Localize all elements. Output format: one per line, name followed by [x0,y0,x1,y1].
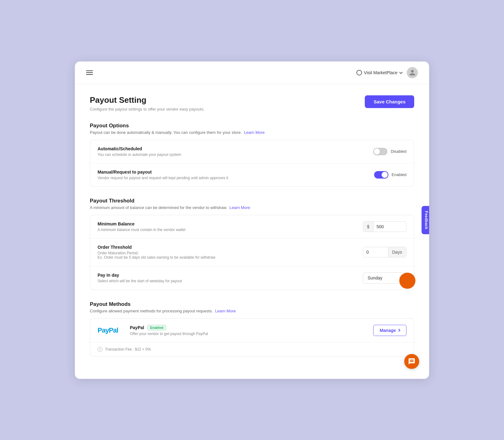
days-suffix: Days [388,247,406,257]
order-threshold-row: Order Threshold Order Maturation Period.… [90,238,414,266]
manual-info: Manual/Request to payout Vendor request … [98,170,228,180]
payout-options-section: Payout Options Payout can be done automa… [90,123,414,187]
dollar-prefix: $ [363,222,373,232]
header-right: Visit MarketPlace [356,67,418,78]
payout-options-card: Automatic/Scheduled You can schedule or … [90,140,414,187]
payout-methods-section: Payout Methods Configure allowed payment… [90,301,414,356]
paypal-logo-blue: Pay [98,326,109,334]
automatic-toggle[interactable] [373,148,387,155]
automatic-label: Automatic/Scheduled [98,146,181,151]
automatic-status: Disabled [391,149,406,154]
automatic-toggle-knob [374,148,380,155]
avatar[interactable] [407,67,418,78]
order-threshold-info: Order Threshold Order Maturation Period.… [98,245,215,260]
page-subtitle: Configure the payout settings to offer y… [90,107,204,111]
manual-toggle[interactable] [374,171,388,179]
manual-toggle-wrapper: Enabled [374,171,406,179]
transaction-fee-row: i Transaction Fee : $12 + 0% [90,342,414,356]
paypal-name: PayPal [130,325,144,330]
minimum-balance-desc: A minimum balance must contain in the ve… [98,228,186,232]
globe-icon [356,70,362,75]
pay-in-day-info: Pay In day Select which will be the star… [98,273,182,283]
page-header: Payout Setting Configure the payout sett… [90,95,414,111]
feedback-tab[interactable]: Feedback [421,206,429,234]
main-content: Payout Setting Configure the payout sett… [75,84,429,379]
paypal-card: PayPal PayPal Enabled Offer your vendor … [90,318,414,356]
payout-options-title: Payout Options [90,123,414,129]
payout-threshold-section: Payout Threshold A minimum amount of bal… [90,198,414,290]
minimum-balance-row: Minimum Balance A minimum balance must c… [90,215,414,238]
paypal-logo-lightblue: Pal [109,326,118,334]
notification-circle[interactable] [399,273,415,289]
paypal-badge: Enabled [147,325,166,330]
minimum-balance-input[interactable] [373,222,398,232]
payout-threshold-description: A minimum amount of balance can be deter… [90,205,414,210]
automatic-toggle-wrapper: Disabled [373,148,406,155]
minimum-balance-info: Minimum Balance A minimum balance must c… [98,221,186,232]
order-threshold-input-wrapper: Days [363,247,406,257]
paypal-description: Offer your vendor to get payout through … [130,332,366,336]
save-changes-button[interactable]: Save Changes [365,95,414,108]
automatic-info: Automatic/Scheduled You can schedule or … [98,146,181,157]
manage-chevron-icon [397,329,401,332]
hamburger-menu[interactable] [86,70,93,75]
payout-options-learn-more[interactable]: Learn More [244,130,264,135]
payout-methods-title: Payout Methods [90,301,414,307]
manual-row: Manual/Request to payout Vendor request … [90,163,414,186]
chat-icon [408,358,415,365]
order-threshold-label: Order Threshold [98,245,215,250]
paypal-info: PayPal Enabled Offer your vendor to get … [130,325,366,336]
payout-methods-learn-more[interactable]: Learn More [215,309,236,313]
paypal-row: PayPal PayPal Enabled Offer your vendor … [90,319,414,342]
page-title-area: Payout Setting Configure the payout sett… [90,95,204,111]
main-window: Visit MarketPlace Payout Setting Configu… [75,61,429,379]
pay-in-day-label: Pay In day [98,273,182,278]
header: Visit MarketPlace [75,61,429,84]
manual-toggle-knob [382,172,388,178]
pay-in-day-desc: Select which will be the start of weekda… [98,279,182,283]
payout-options-description: Payout can be done automatically & manua… [90,130,414,135]
manual-status: Enabled [392,172,406,177]
chevron-down-icon [399,70,403,74]
minimum-balance-input-wrapper: $ [363,221,406,232]
paypal-logo: PayPal [98,326,122,334]
payout-threshold-card: Minimum Balance A minimum balance must c… [90,215,414,290]
user-icon [409,69,416,76]
chat-button[interactable] [404,354,419,369]
automatic-row: Automatic/Scheduled You can schedule or … [90,140,414,163]
manual-desc: Vendor request for payout and request wi… [98,176,228,180]
info-icon: i [98,347,103,352]
paypal-name-row: PayPal Enabled [130,325,366,330]
page-title: Payout Setting [90,95,204,105]
manual-label: Manual/Request to payout [98,170,228,175]
manage-button[interactable]: Manage [373,325,406,336]
order-threshold-desc1: Order Maturation Period. [98,251,215,255]
payout-methods-description: Configure allowed payment methods for pr… [90,309,414,313]
pay-in-day-row: Pay In day Select which will be the star… [90,266,414,290]
automatic-desc: You can schedule or automate your payout… [98,152,181,157]
visit-marketplace-label: Visit MarketPlace [364,70,397,75]
visit-marketplace-button[interactable]: Visit MarketPlace [356,70,402,75]
transaction-fee-label: Transaction Fee : $12 + 0% [105,347,151,352]
order-threshold-desc2: Ex. Order must be 5 days old sales earni… [98,255,215,260]
payout-threshold-learn-more[interactable]: Learn More [229,205,250,210]
minimum-balance-label: Minimum Balance [98,221,186,226]
order-threshold-input[interactable] [363,247,388,257]
payout-threshold-title: Payout Threshold [90,198,414,204]
